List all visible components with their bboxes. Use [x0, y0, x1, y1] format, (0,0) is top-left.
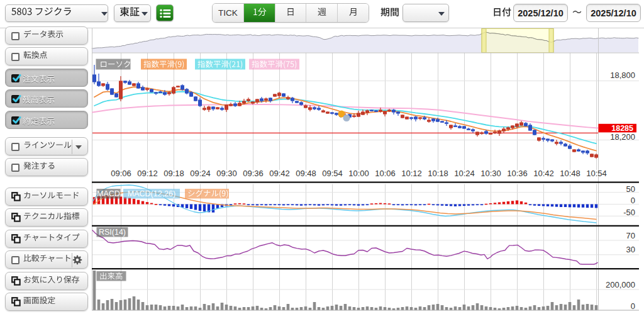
svg-text:MACD: MACD	[97, 189, 120, 198]
svg-text:200,000: 200,000	[606, 280, 635, 289]
svg-text:09:06: 09:06	[111, 169, 131, 178]
svg-text:50: 50	[626, 184, 635, 194]
svg-text:09:24: 09:24	[190, 169, 211, 178]
svg-text:RSI(14): RSI(14)	[99, 228, 126, 237]
svg-text:10:06: 10:06	[375, 169, 396, 178]
svg-text:10:48: 10:48	[560, 169, 580, 178]
svg-text:09:42: 09:42	[269, 169, 290, 178]
svg-text:0: 0	[631, 301, 635, 311]
svg-text:10:12: 10:12	[401, 169, 422, 178]
svg-text:10:54: 10:54	[586, 169, 607, 178]
svg-text:18285: 18285	[611, 124, 633, 133]
svg-text:0: 0	[631, 196, 635, 205]
svg-text:10:18: 10:18	[428, 169, 448, 178]
svg-text:09:54: 09:54	[322, 169, 343, 178]
svg-text:10:24: 10:24	[454, 169, 475, 178]
svg-text:09:30: 09:30	[216, 169, 237, 178]
svg-text:10:42: 10:42	[533, 169, 554, 178]
svg-text:09:36: 09:36	[243, 169, 264, 178]
svg-text:70: 70	[626, 231, 635, 240]
svg-text:-50: -50	[623, 208, 635, 217]
svg-text:30: 30	[626, 245, 635, 254]
svg-text:18,800: 18,800	[610, 70, 635, 80]
svg-text:10:36: 10:36	[507, 169, 528, 178]
svg-text:09:48: 09:48	[296, 169, 316, 178]
svg-text:09:18: 09:18	[164, 169, 184, 178]
svg-text:10:00: 10:00	[348, 169, 369, 178]
svg-text:MACD(12,26): MACD(12,26)	[128, 189, 175, 198]
svg-text:18,200: 18,200	[610, 132, 635, 142]
svg-text:09:12: 09:12	[137, 169, 158, 178]
svg-text:10:30: 10:30	[480, 169, 501, 178]
